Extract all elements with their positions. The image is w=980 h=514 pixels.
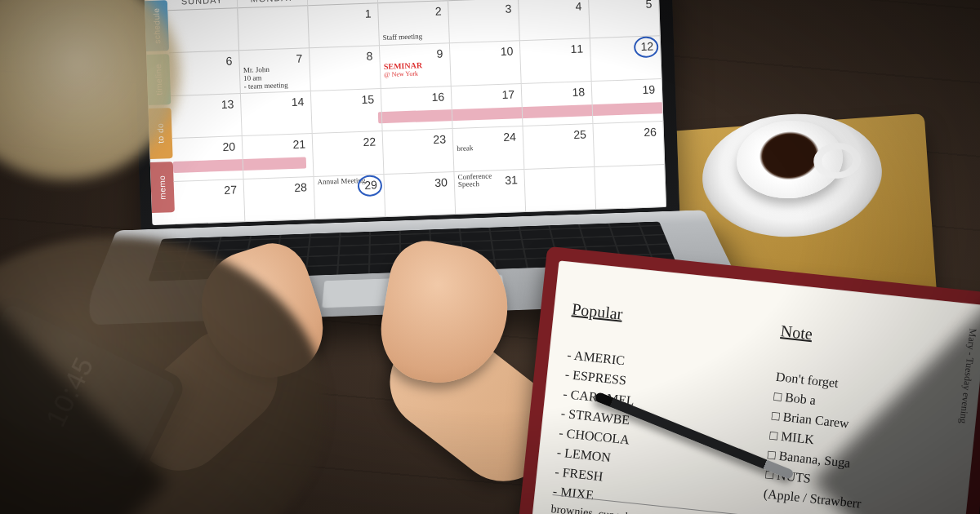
day-number: 25 <box>573 128 586 142</box>
day-number: 28 <box>294 180 307 194</box>
calendar-cell[interactable]: 26 <box>593 122 665 166</box>
calendar-cell[interactable]: 3 <box>448 0 520 44</box>
day-number: 4 <box>575 0 581 13</box>
calendar: SUNDAY MONDAY TUESDAY WEDNESDAY THURSDAY… <box>167 0 666 224</box>
laptop-screen: schedule timeline to do memo SUNDAY MOND… <box>145 0 667 225</box>
day-number: 30 <box>434 175 448 189</box>
calendar-cell[interactable] <box>238 6 310 51</box>
note-staff-meeting: Staff meeting <box>382 32 445 42</box>
day-number: 15 <box>361 92 374 106</box>
clipboard-heading-popular: Popular <box>571 296 758 340</box>
calendar-cell[interactable]: 7 Mr. John 10 am - team meeting <box>239 49 311 94</box>
calendar-cell[interactable]: 5 <box>589 0 661 39</box>
calendar-cell[interactable]: 13 <box>171 94 243 139</box>
calendar-cell[interactable]: 10 <box>450 42 522 86</box>
calendar-cell[interactable]: 19 <box>592 79 664 124</box>
note-seminar-sub: @ New York <box>384 70 447 79</box>
day-number: 7 <box>296 52 302 65</box>
calendar-cell[interactable]: 27 <box>174 179 246 224</box>
day-number: 14 <box>291 95 304 109</box>
calendar-cell[interactable]: 18 <box>522 82 594 126</box>
calendar-cell[interactable]: 25 <box>523 124 595 169</box>
day-number: 18 <box>572 85 585 99</box>
clipboard-list-popular: - AMERIC - ESPRESS - CARAMEL - STRAWBE -… <box>552 348 635 502</box>
day-number: 16 <box>431 90 444 104</box>
calendar-cell[interactable]: 30 <box>384 172 456 217</box>
calendar-cell[interactable]: 21 <box>243 134 314 179</box>
calendar-cell[interactable]: 17 <box>452 84 523 129</box>
day-number: 5 <box>645 0 652 11</box>
day-number: 8 <box>366 50 372 63</box>
calendar-cell[interactable]: 22 <box>313 131 385 176</box>
calendar-cell[interactable]: 31 Conference Speech <box>454 170 526 215</box>
calendar-cell[interactable]: 15 <box>311 89 383 134</box>
day-number: 26 <box>644 126 657 140</box>
day-number: 23 <box>433 133 446 147</box>
calendar-cell[interactable]: 14 <box>241 91 313 136</box>
calendar-cell[interactable]: 20 <box>172 136 244 181</box>
calendar-cell[interactable]: 23 <box>383 129 455 174</box>
calendar-cell[interactable]: 28 <box>244 177 316 222</box>
day-number: 17 <box>501 87 514 101</box>
calendar-cell[interactable]: 12 <box>590 37 662 82</box>
day-number: 24 <box>503 131 516 144</box>
day-number: 10 <box>500 45 513 59</box>
day-number: 2 <box>434 4 441 17</box>
calendar-cell[interactable]: 16 <box>381 86 453 131</box>
calendar-grid: 1 2 Staff meeting 3 4 5 6 7 Mr. John 10 … <box>167 0 666 224</box>
day-number: 21 <box>292 138 305 152</box>
day-number: 13 <box>220 97 234 111</box>
note-break: break <box>457 143 519 153</box>
day-number: 3 <box>505 2 511 15</box>
note-conference: Conference Speech <box>457 171 521 189</box>
calendar-cell[interactable]: 2 Staff meeting <box>378 1 450 46</box>
day-number: 1 <box>364 7 371 20</box>
day-number: 12 <box>640 40 653 54</box>
calendar-cell[interactable]: 11 <box>520 39 592 84</box>
day-number: 22 <box>363 135 376 149</box>
tab-memo[interactable]: memo <box>150 162 175 213</box>
clipboard-col-popular: Popular - AMERIC - ESPRESS - CARAMEL - S… <box>550 277 760 514</box>
calendar-cell[interactable]: 29 Annual Meeting <box>314 175 386 219</box>
calendar-cell[interactable]: 1 <box>308 3 380 48</box>
day-number: 27 <box>224 183 237 197</box>
photo-scene: schedule timeline to do memo SUNDAY MOND… <box>0 0 980 514</box>
calendar-cell[interactable]: 24 break <box>453 126 525 171</box>
calendar-cell[interactable]: 8 <box>310 47 381 91</box>
calendar-cell[interactable]: 4 <box>519 0 590 42</box>
calendar-cell[interactable]: 6 <box>169 51 241 96</box>
calendar-cell[interactable]: 9 SEMINAR @ New York <box>380 44 452 89</box>
calendar-cell[interactable] <box>595 165 666 210</box>
note-mr-john: Mr. John 10 am - team meeting <box>243 65 307 91</box>
day-number: 6 <box>225 55 232 68</box>
day-number: 9 <box>436 47 443 60</box>
calendar-cell[interactable] <box>524 167 596 212</box>
day-number: 20 <box>222 140 235 154</box>
calendar-cell[interactable] <box>167 8 239 53</box>
day-number: 19 <box>642 82 655 96</box>
day-number: 11 <box>570 42 583 56</box>
